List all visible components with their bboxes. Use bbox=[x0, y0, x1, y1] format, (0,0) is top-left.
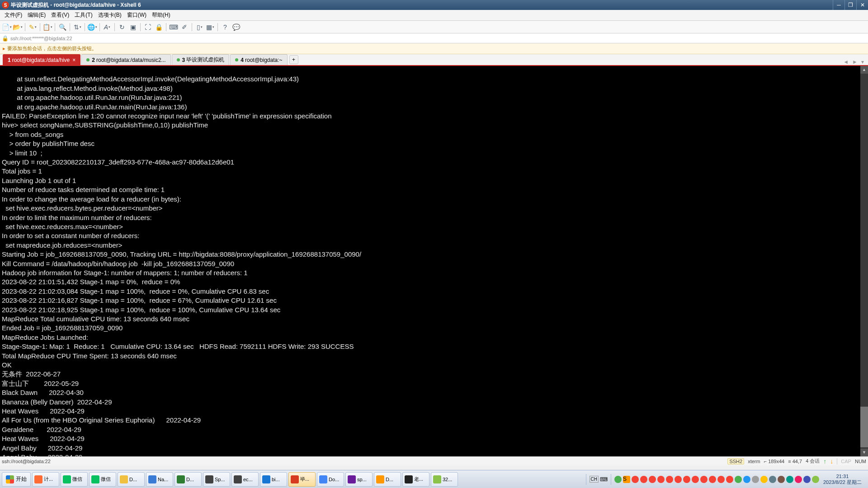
taskbar-app-button[interactable]: 32... bbox=[431, 472, 458, 487]
session-tab[interactable]: 1root@bigdata:/data/hive× bbox=[3, 54, 80, 65]
taskbar-app-button[interactable]: 计... bbox=[32, 472, 59, 487]
layout-grid-button[interactable]: ▦ bbox=[205, 22, 215, 32]
close-button[interactable]: ✕ bbox=[856, 0, 868, 10]
terminal-scrollbar[interactable]: ▲ ▼ bbox=[860, 66, 868, 456]
add-tab-button[interactable]: + bbox=[289, 55, 298, 64]
taskbar-app-button[interactable]: 微信 bbox=[61, 472, 88, 487]
tray-icon[interactable] bbox=[786, 476, 793, 483]
keyboard-button[interactable]: ⌨ bbox=[169, 22, 179, 32]
menu-window[interactable]: 窗口(W) bbox=[124, 11, 149, 19]
tray-icon[interactable] bbox=[717, 476, 725, 483]
taskbar-app-button[interactable]: 老... bbox=[402, 472, 429, 487]
toolbar: 📄 📂 ✎ 📋 🔍 ⇅ 🌐 A ↻ ▣ ⛶ 🔒 ⌨ ✐ ▯ ▦ ? 💬 bbox=[0, 21, 868, 33]
tab-prev-button[interactable]: ◄ bbox=[842, 59, 850, 65]
taskbar-clock[interactable]: 21:31 2023/8/22 星期二 bbox=[821, 474, 864, 485]
open-session-button[interactable]: 📂 bbox=[13, 22, 23, 32]
flag-icon: ▸ bbox=[3, 46, 5, 52]
status-connection: ssh://root@bigdata:22 bbox=[2, 459, 51, 464]
tray-icon[interactable] bbox=[795, 476, 802, 483]
tray-icon[interactable] bbox=[692, 476, 699, 483]
menu-edit[interactable]: 编辑(E) bbox=[25, 11, 48, 19]
tray-icon[interactable] bbox=[769, 476, 776, 483]
tray-icon[interactable] bbox=[735, 476, 742, 483]
transfer-button[interactable]: ⇅ bbox=[72, 22, 82, 32]
new-session-button[interactable]: 📄 bbox=[2, 22, 12, 32]
menu-file[interactable]: 文件(F) bbox=[2, 11, 25, 19]
scroll-down-button[interactable]: ▼ bbox=[860, 449, 868, 456]
app-label: D... bbox=[186, 477, 194, 482]
taskbar-app-button[interactable]: D... bbox=[175, 472, 202, 487]
ime-indicator[interactable]: ⌨ bbox=[600, 476, 608, 483]
tray-icon[interactable] bbox=[709, 476, 716, 483]
taskbar-app-button[interactable]: sp... bbox=[345, 472, 373, 487]
menu-tools[interactable]: 工具(T) bbox=[72, 11, 95, 19]
taskbar-app-button[interactable]: D... bbox=[118, 472, 145, 487]
taskbar-app-button[interactable]: Do... bbox=[317, 472, 344, 487]
scroll-up-button[interactable]: ▲ bbox=[860, 66, 868, 74]
tab-close-button[interactable]: × bbox=[72, 57, 75, 63]
tray-icon[interactable] bbox=[632, 476, 639, 483]
lock-button[interactable]: 🔒 bbox=[154, 22, 164, 32]
copy-button[interactable]: 📋 bbox=[42, 22, 52, 32]
start-button[interactable]: 开始 bbox=[2, 472, 31, 487]
taskbar-app-button[interactable]: 微信 bbox=[89, 472, 116, 487]
refresh-button[interactable]: ↻ bbox=[117, 22, 127, 32]
session-tab[interactable]: 2root@bigdata:/data/music2... bbox=[81, 54, 170, 65]
help-button[interactable]: ? bbox=[220, 22, 230, 32]
layout-v-button[interactable]: ▯ bbox=[194, 22, 204, 32]
fullscreen-button[interactable]: ⛶ bbox=[143, 22, 153, 32]
tray-icon[interactable] bbox=[614, 476, 622, 483]
terminal-view[interactable]: at sun.reflect.DelegatingMethodAccessorI… bbox=[0, 66, 868, 456]
address-bar[interactable]: 🔒 ssh://root:******@bigdata:22 bbox=[0, 33, 868, 43]
minimize-button[interactable]: ─ bbox=[833, 0, 844, 10]
restore-button[interactable]: ❐ bbox=[844, 0, 856, 10]
tray-icon[interactable] bbox=[752, 476, 759, 483]
menu-help[interactable]: 帮助(H) bbox=[149, 11, 173, 19]
app-icon bbox=[319, 475, 327, 483]
tray-icon[interactable] bbox=[683, 476, 690, 483]
tray-icon[interactable] bbox=[812, 476, 819, 483]
taskbar-app-button[interactable]: Na... bbox=[146, 472, 173, 487]
tray-icon[interactable] bbox=[700, 476, 708, 483]
tray-icon[interactable] bbox=[640, 476, 647, 483]
tray-icon[interactable] bbox=[760, 476, 768, 483]
tab-label: root@bigdata:/data/music2... bbox=[96, 57, 166, 63]
taskbar-app-button[interactable]: bi... bbox=[260, 472, 287, 487]
session-tab[interactable]: 3毕设测试虚拟机 bbox=[172, 54, 230, 65]
status-pos: ≡ 44,7 bbox=[788, 459, 802, 464]
chat-button[interactable]: 💬 bbox=[231, 22, 241, 32]
tray-icon[interactable] bbox=[778, 476, 785, 483]
taskbar-app-button[interactable]: ec... bbox=[231, 472, 259, 487]
terminal-button[interactable]: ▣ bbox=[128, 22, 138, 32]
tray-icon[interactable] bbox=[666, 476, 673, 483]
scroll-thumb[interactable] bbox=[860, 407, 868, 447]
tray-icon[interactable] bbox=[803, 476, 811, 483]
tray-icon[interactable] bbox=[657, 476, 665, 483]
highlight-button[interactable]: ✎ bbox=[28, 22, 38, 32]
tray-icon[interactable] bbox=[726, 476, 733, 483]
tray-icon[interactable] bbox=[649, 476, 656, 483]
app-icon bbox=[262, 475, 270, 483]
taskbar-app-button[interactable]: D... bbox=[374, 472, 401, 487]
tray-icon[interactable]: S bbox=[623, 476, 630, 483]
menu-view[interactable]: 查看(V) bbox=[48, 11, 72, 19]
status-num: NUM bbox=[855, 459, 866, 464]
app-icon bbox=[91, 475, 99, 483]
font-button[interactable]: A bbox=[102, 22, 112, 32]
tab-list-button[interactable]: ▾ bbox=[860, 59, 865, 65]
session-tab[interactable]: 4root@bigdata:~ bbox=[230, 54, 287, 65]
menu-options[interactable]: 选项卡(B) bbox=[95, 11, 124, 19]
toolbar-sep bbox=[55, 23, 55, 31]
lang-indicator[interactable]: CH bbox=[590, 476, 599, 483]
tools-button[interactable]: ✐ bbox=[179, 22, 189, 32]
tray-icon[interactable] bbox=[675, 476, 682, 483]
taskbar-app-button[interactable]: 毕... bbox=[288, 472, 316, 487]
tab-next-button[interactable]: ► bbox=[851, 59, 859, 65]
search-button[interactable]: 🔍 bbox=[57, 22, 67, 32]
taskbar-app-button[interactable]: Sp... bbox=[203, 472, 230, 487]
tray-icon[interactable] bbox=[743, 476, 750, 483]
app-label: 老... bbox=[414, 476, 423, 483]
app-label: Sp... bbox=[215, 477, 225, 482]
globe-button[interactable]: 🌐 bbox=[87, 22, 97, 32]
toolbar-sep bbox=[166, 23, 166, 31]
